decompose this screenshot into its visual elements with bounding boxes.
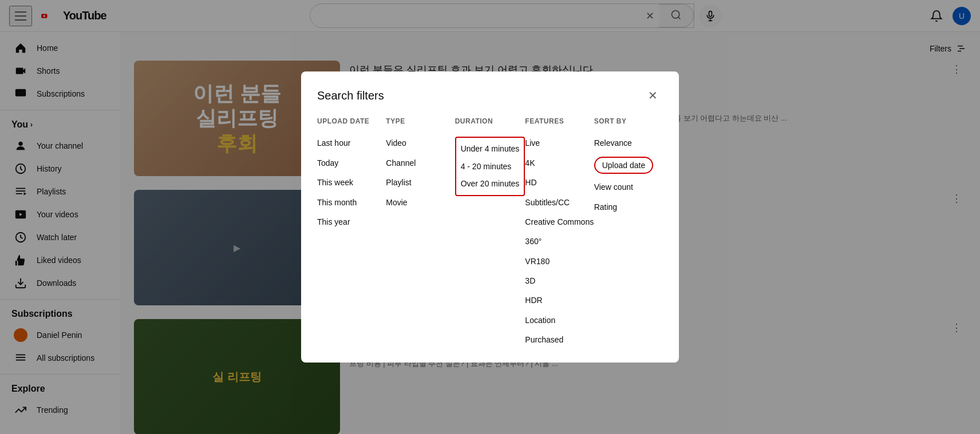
modal-overlay[interactable]: Search filters ✕ UPLOAD DATE Last hour T… (0, 0, 980, 434)
filter-col-upload-date: UPLOAD DATE Last hour Today This week Th… (317, 117, 386, 348)
filter-col-sort-by: SORT BY Relevance Upload date View count… (594, 117, 663, 348)
filter-movie[interactable]: Movie (386, 194, 455, 211)
filter-col-duration: DURATION Under 4 minutes 4 - 20 minutes … (455, 117, 525, 348)
filter-purchased[interactable]: Purchased (525, 331, 594, 348)
filter-4k[interactable]: 4K (525, 154, 594, 172)
filter-this-week[interactable]: This week (317, 174, 386, 191)
search-filters-modal: Search filters ✕ UPLOAD DATE Last hour T… (301, 71, 679, 362)
modal-title: Search filters (317, 89, 384, 102)
filter-vr180[interactable]: VR180 (525, 253, 594, 270)
filter-col-features: FEATURES Live 4K HD Subtitles/CC Creativ… (525, 117, 594, 348)
sort-by-header: SORT BY (594, 117, 663, 125)
filters-grid: UPLOAD DATE Last hour Today This week Th… (317, 117, 663, 348)
modal-close-button[interactable]: ✕ (642, 85, 663, 106)
type-header: TYPE (386, 117, 455, 125)
filter-this-year[interactable]: This year (317, 213, 386, 230)
filter-360[interactable]: 360° (525, 233, 594, 250)
filter-creative-commons[interactable]: Creative Commons (525, 213, 594, 230)
filter-video[interactable]: Video (386, 134, 455, 152)
modal-header: Search filters ✕ (317, 85, 663, 106)
filter-last-hour[interactable]: Last hour (317, 134, 386, 152)
filter-this-month[interactable]: This month (317, 194, 386, 211)
filter-4-20min[interactable]: 4 - 20 minutes (461, 158, 520, 175)
filter-under-4min[interactable]: Under 4 minutes (461, 140, 520, 157)
upload-date-header: UPLOAD DATE (317, 117, 386, 125)
filter-col-type: TYPE Video Channel Playlist Movie (386, 117, 455, 348)
filter-location[interactable]: Location (525, 312, 594, 329)
filter-3d[interactable]: 3D (525, 272, 594, 289)
features-header: FEATURES (525, 117, 594, 125)
duration-header: DURATION (455, 117, 525, 125)
filter-hd[interactable]: HD (525, 174, 594, 191)
duration-group: Under 4 minutes 4 - 20 minutes Over 20 m… (455, 137, 525, 196)
upload-date-circle[interactable]: Upload date (594, 157, 654, 174)
filter-over-20min[interactable]: Over 20 minutes (461, 175, 520, 192)
filter-upload-date[interactable]: Upload date (594, 154, 663, 176)
filter-today[interactable]: Today (317, 154, 386, 172)
filter-rating[interactable]: Rating (594, 198, 663, 216)
filter-subtitles[interactable]: Subtitles/CC (525, 194, 594, 211)
filter-view-count[interactable]: View count (594, 178, 663, 196)
filter-channel[interactable]: Channel (386, 154, 455, 172)
filter-playlist[interactable]: Playlist (386, 174, 455, 191)
filter-relevance[interactable]: Relevance (594, 134, 663, 152)
filter-live[interactable]: Live (525, 134, 594, 152)
filter-hdr[interactable]: HDR (525, 292, 594, 309)
